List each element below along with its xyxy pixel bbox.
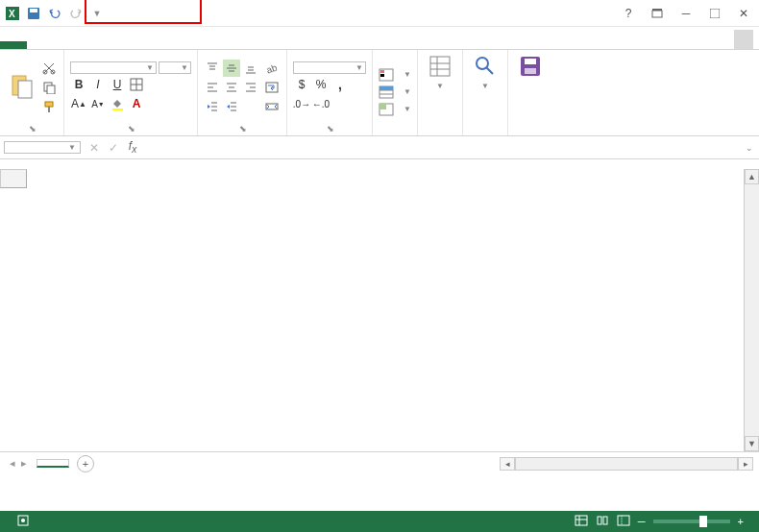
cell-styles-button[interactable]: ▼ bbox=[379, 103, 411, 116]
conditional-formatting-button[interactable]: ▼ bbox=[379, 68, 411, 82]
cells-button[interactable]: ▼ bbox=[424, 52, 456, 93]
svg-rect-52 bbox=[380, 86, 393, 90]
svg-rect-18 bbox=[112, 109, 123, 110]
bold-button[interactable]: B bbox=[70, 76, 87, 93]
svg-rect-45 bbox=[266, 104, 278, 109]
sheet-nav-first-icon[interactable]: ◂ bbox=[10, 457, 15, 470]
alignment-dialog-launcher[interactable]: ⬊ bbox=[239, 124, 247, 133]
svg-rect-69 bbox=[598, 517, 601, 524]
view-page-layout-icon[interactable] bbox=[596, 515, 609, 528]
svg-rect-48 bbox=[380, 74, 384, 77]
scroll-left-icon[interactable]: ◂ bbox=[500, 457, 515, 471]
undo-icon[interactable] bbox=[46, 5, 63, 22]
format-as-table-button[interactable]: ▼ bbox=[379, 85, 411, 99]
number-format-combo[interactable]: ▼ bbox=[293, 61, 366, 74]
accounting-format-icon[interactable]: $ bbox=[293, 76, 310, 93]
view-page-break-icon[interactable] bbox=[617, 515, 630, 528]
svg-rect-54 bbox=[380, 104, 386, 109]
clipboard-dialog-launcher[interactable]: ⬊ bbox=[29, 124, 37, 133]
svg-rect-3 bbox=[30, 9, 37, 12]
wrap-text-icon[interactable] bbox=[263, 79, 281, 96]
file-tab[interactable] bbox=[0, 41, 27, 49]
help-icon[interactable]: ? bbox=[617, 4, 640, 23]
fx-icon[interactable]: fx bbox=[123, 139, 142, 155]
expand-formula-bar-icon[interactable]: ⌄ bbox=[740, 143, 759, 153]
qat-customize-icon[interactable]: ▼ bbox=[88, 5, 106, 22]
decrease-font-icon[interactable]: A▼ bbox=[89, 95, 107, 112]
decrease-decimal-icon[interactable]: ←.0 bbox=[312, 95, 330, 112]
maximize-button[interactable] bbox=[703, 4, 726, 23]
svg-rect-14 bbox=[48, 107, 50, 112]
percent-format-icon[interactable]: % bbox=[312, 76, 330, 93]
svg-rect-8 bbox=[18, 81, 32, 98]
view-normal-icon[interactable] bbox=[575, 515, 588, 528]
editing-button[interactable]: ▼ bbox=[469, 52, 502, 93]
orientation-icon[interactable]: ab bbox=[263, 60, 281, 77]
cancel-formula-icon[interactable]: ✕ bbox=[85, 141, 104, 155]
underline-button[interactable]: U bbox=[109, 76, 126, 93]
svg-text:ab: ab bbox=[265, 61, 279, 75]
number-dialog-launcher[interactable]: ⬊ bbox=[327, 124, 334, 133]
italic-button[interactable]: I bbox=[89, 76, 107, 93]
avatar-icon[interactable] bbox=[734, 30, 753, 49]
ribbon-tabs bbox=[0, 27, 759, 50]
zoom-slider[interactable] bbox=[653, 520, 730, 523]
font-size-combo[interactable]: ▼ bbox=[159, 61, 191, 74]
close-button[interactable]: ✕ bbox=[732, 4, 755, 23]
scroll-up-icon[interactable]: ▲ bbox=[745, 169, 759, 184]
increase-font-icon[interactable]: A▲ bbox=[70, 95, 87, 112]
save-icon[interactable] bbox=[25, 5, 42, 22]
sheet-nav-last-icon[interactable]: ▸ bbox=[21, 457, 27, 470]
font-dialog-launcher[interactable]: ⬊ bbox=[128, 124, 135, 133]
zoom-in-button[interactable]: + bbox=[738, 516, 744, 527]
zoom-out-button[interactable]: ─ bbox=[638, 516, 646, 527]
formula-bar[interactable] bbox=[142, 139, 740, 157]
align-center-icon[interactable] bbox=[223, 79, 240, 96]
save-as-button[interactable] bbox=[514, 52, 547, 85]
sheet-tab[interactable] bbox=[37, 459, 69, 468]
ribbon-options-icon[interactable] bbox=[646, 4, 669, 23]
cut-icon[interactable] bbox=[40, 60, 58, 77]
align-top-icon[interactable] bbox=[204, 60, 221, 77]
format-painter-icon[interactable] bbox=[40, 98, 58, 115]
status-bar: ─ + bbox=[0, 511, 759, 532]
enter-formula-icon[interactable]: ✓ bbox=[104, 141, 123, 155]
font-color-button[interactable]: A bbox=[128, 95, 145, 112]
svg-rect-70 bbox=[603, 517, 607, 524]
name-box[interactable]: ▼ bbox=[4, 141, 81, 154]
svg-rect-55 bbox=[430, 57, 450, 76]
fill-color-button[interactable] bbox=[109, 95, 126, 112]
select-all-corner[interactable] bbox=[0, 169, 27, 188]
decrease-indent-icon[interactable] bbox=[204, 98, 221, 115]
svg-rect-62 bbox=[525, 59, 536, 64]
copy-icon[interactable] bbox=[40, 79, 58, 96]
align-right-icon[interactable] bbox=[242, 79, 259, 96]
comma-format-icon[interactable]: , bbox=[331, 76, 349, 93]
borders-button[interactable] bbox=[128, 76, 145, 93]
macro-record-icon[interactable] bbox=[17, 515, 29, 528]
vertical-scrollbar[interactable]: ▲ ▼ bbox=[744, 169, 759, 451]
paste-button[interactable] bbox=[6, 52, 37, 122]
scroll-right-icon[interactable]: ▸ bbox=[738, 457, 753, 471]
horizontal-scrollbar[interactable]: ◂ ▸ bbox=[500, 457, 759, 471]
new-sheet-button[interactable]: + bbox=[77, 455, 94, 472]
increase-indent-icon[interactable] bbox=[223, 98, 240, 115]
svg-rect-13 bbox=[45, 102, 53, 107]
align-bottom-icon[interactable] bbox=[242, 60, 259, 77]
svg-rect-47 bbox=[380, 70, 384, 73]
svg-rect-71 bbox=[618, 516, 629, 525]
svg-rect-6 bbox=[710, 9, 720, 18]
svg-rect-63 bbox=[525, 68, 536, 74]
align-middle-icon[interactable] bbox=[223, 60, 240, 77]
minimize-button[interactable]: ─ bbox=[674, 4, 698, 23]
redo-icon[interactable] bbox=[67, 5, 85, 22]
sheet-tab-bar: ◂ ▸ + ◂ ▸ bbox=[0, 451, 759, 474]
merge-center-icon[interactable] bbox=[263, 98, 281, 115]
svg-rect-12 bbox=[47, 85, 55, 94]
scroll-down-icon[interactable]: ▼ bbox=[745, 436, 759, 451]
svg-point-65 bbox=[21, 519, 25, 522]
align-left-icon[interactable] bbox=[204, 79, 221, 96]
increase-decimal-icon[interactable]: .0→ bbox=[293, 95, 310, 112]
svg-rect-66 bbox=[575, 516, 587, 525]
font-name-combo[interactable]: ▼ bbox=[70, 61, 157, 74]
